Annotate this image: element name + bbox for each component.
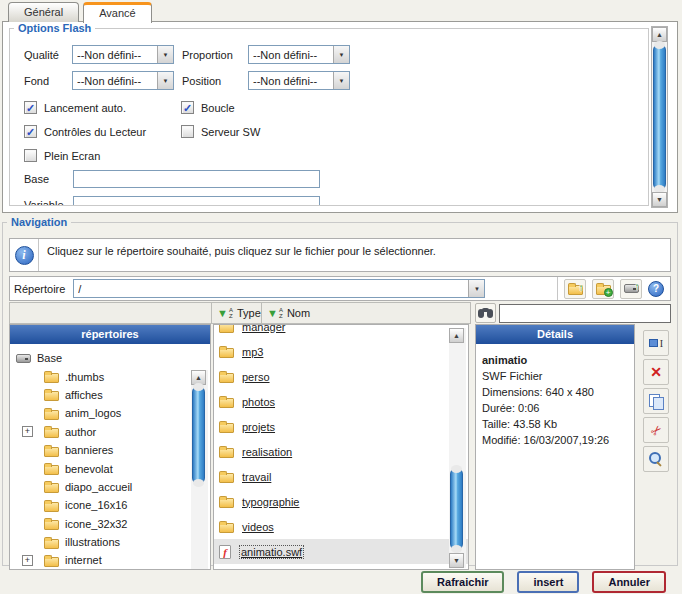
annuler-button[interactable]: Annuler: [592, 571, 666, 593]
binoculars-icon: [478, 308, 493, 319]
tree-item[interactable]: + author: [10, 423, 210, 441]
tab-avance[interactable]: Avancé: [83, 2, 152, 23]
up-arrow-icon: ↑: [579, 282, 584, 293]
tree-item-base[interactable]: Base: [10, 349, 210, 367]
search-input[interactable]: [499, 304, 671, 323]
plus-icon: +: [604, 288, 613, 297]
variable-field[interactable]: [73, 196, 320, 206]
files-scrollbar[interactable]: ▲ ▼: [449, 328, 466, 568]
file-item[interactable]: typographie: [214, 489, 468, 514]
scroll-down-icon[interactable]: ▼: [449, 553, 464, 568]
cut-button[interactable]: ✂: [643, 417, 669, 443]
base-field[interactable]: [73, 170, 320, 188]
boucle-checkbox[interactable]: ✓: [181, 101, 194, 114]
fond-value: --Non défini--: [77, 75, 157, 87]
plein-ecran-checkbox[interactable]: [24, 149, 37, 162]
rafraichir-button[interactable]: Rafraichir: [421, 571, 504, 593]
folder-icon: [219, 498, 234, 508]
folder-icon: [44, 410, 59, 420]
proportion-select[interactable]: --Non défini-- ▼: [248, 45, 350, 64]
details-line: SWF Fichier: [482, 368, 628, 384]
directories-panel: répertoires Base .thumbs affiches anim_l…: [9, 324, 211, 570]
controles-label: Contrôles du Lecteur: [44, 126, 146, 138]
new-folder-button[interactable]: +: [592, 279, 614, 299]
lancement-auto-label: Lancement auto.: [44, 102, 126, 114]
repertoire-row: Répertoire / ▼ ↑ + ↑ ?: [9, 276, 671, 301]
file-item[interactable]: perso: [214, 364, 468, 389]
sort-type-label: Type: [237, 307, 261, 319]
options-scrollbar[interactable]: ▲ ▼: [651, 26, 668, 208]
folder-icon: [44, 391, 59, 401]
scroll-up-icon[interactable]: ▲: [449, 328, 464, 343]
help-icon[interactable]: ?: [648, 281, 664, 297]
tab-bar: Général Avancé: [8, 2, 152, 22]
folder-icon: [44, 428, 59, 438]
delete-button[interactable]: ✕: [643, 359, 669, 385]
directories-header: répertoires: [10, 325, 210, 344]
check-icon: ✓: [26, 127, 35, 137]
position-value: --Non défini--: [253, 75, 333, 87]
qualite-select[interactable]: --Non défini-- ▼: [72, 45, 174, 64]
file-item[interactable]: projets: [214, 414, 468, 439]
folder-icon: [219, 348, 234, 358]
scroll-up-icon[interactable]: ▲: [652, 27, 667, 42]
sort-by-type-button[interactable]: ▼ AZ Type: [211, 302, 261, 324]
controles-checkbox[interactable]: ✓: [24, 125, 37, 138]
tree-item[interactable]: .thumbs: [10, 367, 210, 385]
files-panel: manager mp3 perso photos projets: [213, 324, 469, 570]
plein-ecran-label: Plein Ecran: [44, 150, 100, 162]
tree-item[interactable]: icone_32x32: [10, 515, 210, 533]
scrollbar-thumb[interactable]: [450, 468, 463, 550]
repertoire-select[interactable]: / ▼: [73, 279, 485, 298]
file-item[interactable]: photos: [214, 389, 468, 414]
insert-button[interactable]: insert: [517, 571, 579, 593]
info-icon-cell: i: [10, 239, 39, 271]
position-select[interactable]: --Non défini-- ▼: [248, 71, 350, 90]
expand-icon[interactable]: +: [22, 426, 33, 437]
browser-panels: répertoires Base .thumbs affiches anim_l…: [9, 324, 671, 570]
tree-item[interactable]: affiches: [10, 386, 210, 404]
tree-item[interactable]: diapo_accueil: [10, 478, 210, 496]
folder-icon: [44, 447, 59, 457]
file-item[interactable]: travail: [214, 464, 468, 489]
file-item[interactable]: mp3: [214, 339, 468, 364]
fond-label: Fond: [24, 75, 72, 87]
details-body: animatio SWF Fichier Dimensions: 640 x 4…: [476, 344, 634, 448]
details-line: Durée: 0:06: [482, 400, 628, 416]
rename-button[interactable]: I: [643, 330, 669, 356]
scroll-down-icon[interactable]: ▼: [652, 192, 667, 207]
file-actions-toolbar: I ✕ ✂: [643, 330, 669, 472]
expand-icon[interactable]: +: [22, 555, 33, 566]
folder-icon: [44, 483, 59, 493]
fond-select[interactable]: --Non défini-- ▼: [72, 71, 174, 90]
upload-button[interactable]: ↑: [620, 279, 642, 299]
tab-general[interactable]: Général: [8, 2, 79, 22]
search-button[interactable]: [475, 303, 496, 323]
preview-button[interactable]: [643, 446, 669, 472]
magnifier-icon: [649, 452, 663, 466]
tree-item[interactable]: anim_logos: [10, 404, 210, 422]
details-line: Modifié: 16/03/2007,19:26: [482, 432, 628, 448]
file-item-selected[interactable]: f animatio.swf: [214, 539, 468, 564]
file-item[interactable]: videos: [214, 514, 468, 539]
serveur-sw-checkbox[interactable]: [181, 125, 194, 138]
lancement-auto-checkbox[interactable]: ✓: [24, 101, 37, 114]
tree-item[interactable]: icone_16x16: [10, 496, 210, 514]
sort-by-name-button[interactable]: ▼ AZ Nom: [261, 302, 471, 324]
tree-item[interactable]: benevolat: [10, 459, 210, 477]
file-item[interactable]: manager: [214, 325, 468, 339]
flash-file-icon: f: [219, 545, 231, 559]
scrollbar-thumb[interactable]: [192, 386, 205, 484]
directories-scrollbar[interactable]: ▲ ▼: [191, 370, 208, 570]
tree-item[interactable]: bannieres: [10, 441, 210, 459]
tab-content-panel: Options Flash Qualité --Non défini-- ▼ P…: [2, 21, 678, 213]
tree-item[interactable]: illustrations: [10, 533, 210, 551]
folder-icon: [44, 373, 59, 383]
copy-button[interactable]: [643, 388, 669, 414]
tree-item[interactable]: + internet: [10, 551, 210, 569]
parent-folder-button[interactable]: ↑: [564, 279, 586, 299]
scrollbar-thumb[interactable]: [653, 44, 666, 190]
folder-icon: [219, 398, 234, 408]
file-item[interactable]: realisation: [214, 439, 468, 464]
folder-icon: [219, 423, 234, 433]
